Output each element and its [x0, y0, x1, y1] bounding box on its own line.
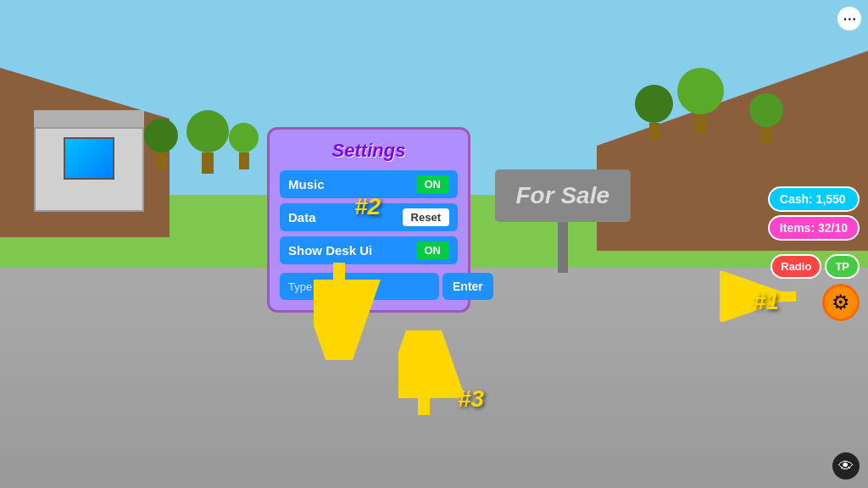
cash-display: Cash: 1,550: [768, 186, 860, 212]
for-sale-text: For Sale: [495, 169, 631, 222]
show-desk-label: Show Desk Ui: [288, 243, 372, 258]
code-row: Enter: [280, 273, 458, 300]
dots-icon[interactable]: ⋯: [837, 7, 861, 30]
sign-post: [558, 222, 568, 273]
data-reset-button[interactable]: Reset: [403, 208, 449, 226]
building: [34, 110, 153, 212]
tree-6: [749, 93, 783, 144]
hud-stats: Cash: 1,550 Items: 32/10: [768, 186, 860, 241]
game-background: For Sale Settings Music ON Data Reset Sh…: [0, 0, 868, 488]
show-desk-toggle[interactable]: ON: [416, 241, 450, 259]
data-label: Data: [288, 210, 316, 225]
annotation-label-3: #3: [458, 385, 484, 413]
annotation-label-1: #1: [753, 288, 779, 315]
for-sale-sign: For Sale: [495, 169, 631, 273]
tree-1: [144, 119, 178, 169]
settings-title: Settings: [280, 140, 458, 162]
code-input[interactable]: [280, 273, 439, 300]
eye-icon[interactable]: 👁: [832, 452, 860, 480]
hud-action-buttons: Radio TP: [771, 254, 860, 279]
building-roof: [34, 110, 144, 127]
hud-menu-dots[interactable]: ⋯: [837, 7, 861, 30]
building-body: [34, 127, 144, 212]
annotation-label-2: #2: [354, 193, 381, 220]
items-display: Items: 32/10: [768, 215, 860, 241]
radio-button[interactable]: Radio: [771, 254, 821, 279]
music-label: Music: [288, 177, 325, 191]
tree-4: [635, 85, 673, 140]
tree-3: [229, 123, 259, 169]
gear-settings-icon[interactable]: ⚙: [822, 284, 860, 321]
enter-button[interactable]: Enter: [442, 273, 493, 300]
tree-2: [186, 110, 229, 174]
tp-button[interactable]: TP: [825, 254, 860, 279]
music-toggle[interactable]: ON: [416, 175, 450, 193]
show-desk-row: Show Desk Ui ON: [280, 236, 458, 264]
tree-5: [677, 68, 724, 133]
building-window: [64, 137, 114, 180]
